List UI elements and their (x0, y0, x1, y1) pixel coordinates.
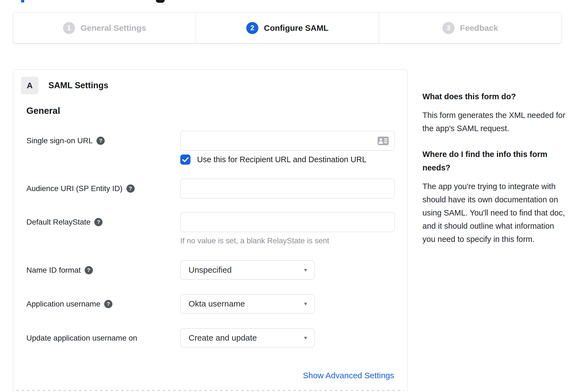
updateusername-label-cell: Update application username on (26, 328, 180, 343)
cutoff-blue-fragment (21, 0, 24, 2)
saml-form: Single sign-on URL ? (13, 131, 407, 380)
contact-card-icon (378, 137, 389, 146)
cutoff-app-logo-fragment (156, 0, 165, 3)
appusername-label-cell: Application username ? (26, 294, 180, 308)
nameid-field-cell: Unspecified ▾ (180, 260, 407, 280)
section-a-badge: A (21, 77, 38, 94)
general-section-title: General (26, 106, 407, 116)
sso-field-cell: Use this for Recipient URL and Destinati… (180, 131, 407, 165)
relaystate-hint: If no value is set, a blank RelayState i… (180, 236, 407, 245)
step-general-settings[interactable]: 1 General Settings (13, 13, 196, 43)
sso-help-icon[interactable]: ? (96, 137, 105, 145)
row-name-id-format: Name ID format ? Unspecified ▾ (13, 260, 407, 280)
step-3-label: Feedback (460, 23, 498, 33)
audience-label: Audience URI (SP Entity ID) (26, 184, 123, 193)
appusername-help-icon[interactable]: ? (104, 300, 112, 308)
sso-label: Single sign-on URL (26, 136, 93, 145)
sidebar-question-1: What does this form do? (422, 90, 569, 103)
audience-uri-input[interactable] (180, 179, 395, 198)
advanced-settings-row: Show Advanced Settings (13, 371, 407, 380)
sidebar-answer-1: This form generates the XML needed for t… (422, 109, 569, 135)
step-1-label: General Settings (81, 23, 146, 33)
chevron-down-icon: ▾ (304, 300, 307, 307)
updateusername-field-cell: Create and update ▾ (180, 328, 407, 347)
sidebar-answer-2: The app you're trying to integrate with … (422, 180, 569, 246)
recipient-url-checkbox-label: Use this for Recipient URL and Destinati… (197, 155, 366, 164)
audience-help-icon[interactable]: ? (126, 184, 135, 193)
updateusername-label: Update application username on (26, 334, 137, 343)
panel-header: A SAML Settings (21, 77, 407, 94)
sidebar-question-2: Where do I find the info this form needs… (422, 148, 569, 175)
row-update-application-username: Update application username on Create an… (13, 328, 407, 347)
relaystate-label: Default RelayState (26, 218, 90, 227)
audience-field-cell (180, 179, 407, 198)
relaystate-label-cell: Default RelayState ? (26, 212, 180, 227)
show-advanced-settings-link[interactable]: Show Advanced Settings (303, 371, 394, 380)
chevron-down-icon: ▾ (304, 335, 307, 341)
chevron-down-icon: ▾ (304, 267, 307, 273)
relaystate-help-icon[interactable]: ? (94, 218, 103, 226)
step-2-label: Configure SAML (264, 23, 328, 33)
step-feedback[interactable]: 3 Feedback (379, 13, 562, 43)
recipient-url-checkbox[interactable] (180, 154, 190, 165)
update-username-select[interactable]: Create and update ▾ (180, 328, 314, 347)
audience-label-cell: Audience URI (SP Entity ID) ? (26, 179, 180, 193)
row-default-relaystate: Default RelayState ? If no value is set,… (13, 212, 407, 245)
name-id-format-select[interactable]: Unspecified ▾ (180, 260, 314, 280)
nameid-label: Name ID format (26, 266, 81, 275)
nameid-label-cell: Name ID format ? (26, 260, 180, 275)
sso-checkbox-row: Use this for Recipient URL and Destinati… (180, 154, 407, 165)
step-3-circle: 3 (443, 22, 455, 34)
update-username-value: Create and update (189, 333, 257, 343)
sso-url-input[interactable] (180, 131, 395, 151)
relaystate-input[interactable] (180, 212, 395, 232)
application-username-value: Okta username (189, 299, 245, 308)
name-id-format-value: Unspecified (189, 265, 232, 275)
section-dashed-divider (16, 390, 404, 391)
check-icon (182, 157, 189, 162)
row-single-sign-on-url: Single sign-on URL ? (13, 131, 407, 165)
appusername-field-cell: Okta username ▾ (180, 294, 407, 313)
wizard-stepper: 1 General Settings 2 Configure SAML 3 Fe… (13, 12, 562, 43)
appusername-label: Application username (26, 300, 100, 308)
panel-title: SAML Settings (48, 81, 108, 90)
saml-settings-panel: A SAML Settings General Single sign-on U… (13, 69, 408, 392)
sso-label-cell: Single sign-on URL ? (26, 131, 180, 145)
step-2-circle: 2 (246, 22, 258, 34)
application-username-select[interactable]: Okta username ▾ (180, 294, 314, 313)
row-audience-uri: Audience URI (SP Entity ID) ? (13, 179, 407, 198)
step-1-circle: 1 (63, 22, 75, 34)
step-configure-saml[interactable]: 2 Configure SAML (196, 13, 378, 43)
relaystate-field-cell: If no value is set, a blank RelayState i… (180, 212, 407, 245)
help-sidebar: What does this form do? This form genera… (422, 90, 569, 246)
row-application-username: Application username ? Okta username ▾ (13, 294, 407, 313)
nameid-help-icon[interactable]: ? (85, 266, 93, 274)
